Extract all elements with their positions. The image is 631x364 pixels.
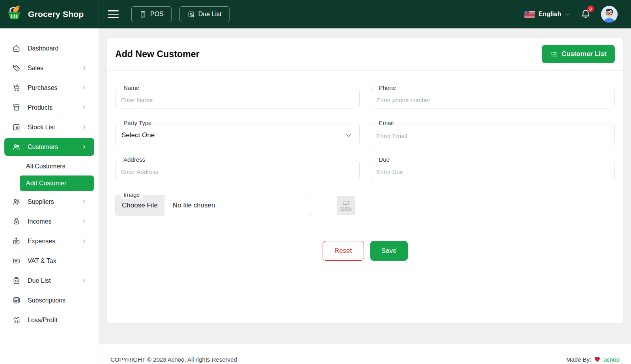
image-label: Image (121, 191, 143, 199)
brand[interactable]: Grocery Shop (0, 0, 99, 28)
email-input[interactable] (371, 123, 615, 145)
acnoo-link[interactable]: acnoo (603, 356, 620, 363)
sidebar-subitem-add-customer[interactable]: Add Customer (20, 175, 94, 191)
image-preview-placeholder: NO IMAGE AVAILABLE (337, 196, 355, 215)
purchase-cart-icon (12, 84, 21, 92)
due-label: Due (376, 156, 393, 164)
due-input[interactable] (371, 160, 615, 180)
chevron-right-icon (81, 199, 87, 205)
notifications-button[interactable]: 0 (581, 8, 591, 20)
sidebar-item-stock-list[interactable]: Stock List (4, 118, 94, 136)
heart-icon (594, 356, 601, 362)
made-by-text: Made By: (566, 356, 591, 363)
sidebar-item-products[interactable]: Products (4, 99, 94, 116)
name-label: Name (121, 84, 142, 92)
pos-button[interactable]: POS (131, 6, 172, 22)
image-file-input[interactable]: Choose File No file chosen (116, 195, 312, 216)
notification-count-badge: 0 (587, 6, 594, 12)
sidebar-item-subscriptions[interactable]: Subscriptions (4, 291, 94, 309)
party-type-field-wrapper: Party Type Select One (115, 123, 360, 145)
save-button[interactable]: Save (370, 241, 408, 261)
language-label: English (538, 11, 561, 18)
sidebar-item-loss-profit[interactable]: Loss/Profit (4, 311, 94, 329)
top-header: Grocery Shop POS Due List Engli (0, 0, 631, 28)
menu-toggle-icon[interactable] (108, 10, 119, 18)
chevron-down-icon (565, 11, 570, 17)
chevron-right-icon (81, 238, 87, 244)
sales-tag-icon (12, 64, 21, 72)
list-icon (550, 50, 558, 58)
sidebar-item-due-list[interactable]: Due List (4, 272, 94, 289)
file-status-text: No file chosen (164, 195, 215, 216)
sidebar-item-incomes[interactable]: Incomes (4, 213, 94, 230)
language-selector[interactable]: English (524, 11, 570, 18)
suppliers-icon (12, 198, 21, 206)
banknote-icon (12, 257, 21, 265)
subscriptions-icon (12, 296, 21, 304)
sidebar: Dashboard Sales Purchases Products Stock… (0, 28, 99, 364)
image-field-wrapper: Image Choose File No file chosen (115, 195, 312, 216)
brand-name: Grocery Shop (28, 9, 84, 19)
chevron-right-icon (81, 85, 87, 91)
page-title: Add New Customer (115, 49, 200, 60)
due-list-button[interactable]: Due List (179, 6, 230, 22)
sidebar-item-suppliers[interactable]: Suppliers (4, 193, 94, 211)
phone-input[interactable] (371, 88, 615, 108)
phone-field-wrapper: Phone (371, 88, 615, 108)
content-area: Add New Customer Customer List Name Phon… (99, 28, 631, 334)
sidebar-item-vat-tax[interactable]: VAT & Tax (4, 252, 94, 270)
chevron-right-icon (81, 124, 87, 130)
add-customer-card: Add New Customer Customer List Name Phon… (107, 38, 623, 323)
sidebar-item-expenses[interactable]: Expenses (4, 232, 94, 250)
email-field-wrapper: Email (371, 123, 615, 145)
chevron-right-icon (81, 144, 87, 150)
expenses-icon (12, 237, 21, 245)
grocery-basket-logo-icon (6, 5, 23, 24)
products-box-icon (12, 103, 21, 112)
sidebar-item-dashboard[interactable]: Dashboard (4, 39, 94, 57)
customers-group-icon (12, 143, 21, 151)
phone-label: Phone (376, 84, 399, 92)
party-type-label: Party Type (121, 119, 154, 127)
sidebar-item-customers[interactable]: Customers (4, 138, 94, 156)
sidebar-item-purchases[interactable]: Purchases (4, 79, 94, 97)
user-avatar[interactable] (601, 6, 618, 22)
stock-list-icon (12, 123, 21, 131)
customer-list-button[interactable]: Customer List (542, 45, 615, 63)
due-note-icon (187, 11, 195, 18)
name-input[interactable] (116, 88, 359, 108)
address-field-wrapper: Address (115, 160, 360, 180)
due-field-wrapper: Due (371, 160, 615, 180)
footer: COPYRIGHT © 2023 Acnoo, All rights Reser… (99, 344, 631, 364)
chevron-right-icon (81, 278, 87, 284)
no-image-text: NO IMAGE AVAILABLE (337, 207, 355, 211)
no-image-icon (343, 200, 349, 206)
dashboard-icon (12, 44, 21, 52)
address-label: Address (121, 156, 148, 164)
profit-chart-icon (12, 316, 21, 324)
address-input[interactable] (116, 160, 359, 180)
calculator-icon (139, 11, 147, 18)
chevron-down-icon (345, 132, 352, 139)
sidebar-subitem-all-customers[interactable]: All Customers (4, 158, 94, 175)
email-label: Email (376, 119, 397, 127)
chevron-right-icon (81, 65, 87, 71)
copyright-text: COPYRIGHT © 2023 Acnoo, All rights Reser… (110, 356, 237, 363)
name-field-wrapper: Name (115, 88, 360, 108)
us-flag-icon (524, 11, 535, 18)
money-bag-icon (12, 217, 21, 226)
chevron-right-icon (81, 105, 87, 110)
sidebar-item-sales[interactable]: Sales (4, 59, 94, 77)
chevron-right-icon (81, 218, 87, 224)
due-clipboard-icon (12, 276, 21, 285)
reset-button[interactable]: Reset (323, 241, 364, 261)
